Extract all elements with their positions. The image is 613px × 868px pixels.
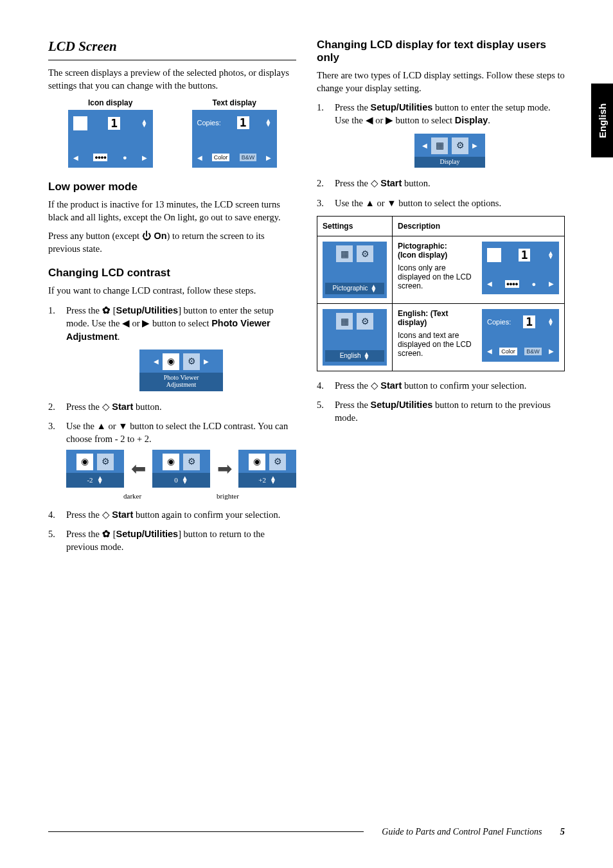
right-column: Changing LCD display for text display us… — [317, 39, 565, 560]
diamond-icon: ◇ — [102, 509, 112, 520]
footer-title: Guide to Parts and Control Panel Functio… — [382, 827, 542, 837]
settings-cell-english: ▦⚙ English▲▼ — [317, 303, 393, 371]
heading-rule — [48, 60, 296, 60]
setup-icon: ✿ — [102, 529, 113, 539]
settings-cell-pictographic: ▦⚙ Pictographic▲▼ — [317, 236, 393, 303]
color-label: Color — [499, 348, 517, 355]
left-arrow-icon: ◀ — [487, 348, 492, 355]
spinner-icon: ▲▼ — [270, 476, 276, 484]
display-labels-row: Icon display Text display — [48, 98, 296, 107]
photo-viewer-lcd: ◀ ◉ ⚙ ▶ Photo ViewerAdjustment — [139, 350, 223, 391]
left-column: LCD Screen The screen displays a preview… — [48, 39, 296, 560]
contrast-steps: Press the ✿ [Setup/Utilities] button to … — [48, 304, 296, 553]
contrast-zero: ◉⚙ 0▲▼ — [152, 450, 210, 488]
gear-icon: ⚙ — [452, 137, 468, 154]
lcd-icon-display-small: 1 ▲▼ ◀ ●●●● ● ▶ — [482, 242, 559, 294]
left-arrow-icon: ◀ — [73, 154, 78, 161]
arrow-right-icon: ➡ — [217, 456, 232, 481]
contrast-step-5: Press the ✿ [Setup/Utilities] button to … — [48, 527, 296, 554]
spinner-icon: ▲▼ — [547, 318, 554, 326]
color-label: Color — [212, 154, 230, 161]
desc-cell-english: English: (Text display) Icons and text a… — [393, 303, 565, 371]
spinner-icon: ▲▼ — [265, 119, 272, 127]
copies-icon — [73, 116, 87, 130]
brighter-label: brighter — [217, 492, 239, 501]
display-step-3: Use the ▲ or ▼ button to select the opti… — [317, 197, 565, 209]
pictographic-lcd: ▦⚙ Pictographic▲▼ — [323, 242, 387, 298]
eye-icon: ◉ — [249, 454, 265, 470]
language-tab: English — [591, 84, 613, 157]
desc-title: Pictographic: (Icon display) — [398, 242, 475, 260]
dot-icon: ● — [123, 154, 127, 161]
desc-body: Icons only are displayed on the LCD scre… — [398, 263, 475, 290]
contrast-intro: If you want to change LCD contrast, foll… — [48, 285, 296, 297]
desc-title: English: (Text display) — [398, 309, 475, 327]
icon-display-label: Icon display — [88, 98, 132, 107]
copies-icon — [487, 248, 501, 262]
desc-cell-pictographic: Pictographic: (Icon display) Icons only … — [393, 236, 565, 303]
color-dots: ●●●● — [505, 280, 519, 288]
screen-icon: ▦ — [431, 137, 448, 154]
contrast-step-2: Press the ◇ Start button. — [48, 400, 296, 413]
display-step-5: Press the Setup/Utilities button to retu… — [317, 398, 565, 425]
contrast-examples: ◉⚙ -2▲▼ ⬅ ◉⚙ 0▲▼ ➡ ◉⚙ +2▲▼ — [66, 450, 296, 488]
contrast-neg2: ◉⚙ -2▲▼ — [66, 450, 124, 488]
spinner-icon: ▲▼ — [97, 476, 103, 484]
copies-value: 1 — [108, 117, 120, 130]
low-power-p2: Press any button (except ⏻ On) to return… — [48, 230, 296, 255]
bw-label: B&W — [524, 348, 542, 355]
right-arrow-icon: ▶ — [142, 154, 147, 161]
diamond-icon: ◇ — [371, 178, 381, 188]
table-row: ▦⚙ English▲▼ English: (Text display) Ico… — [317, 303, 565, 371]
copies-label: Copies: — [487, 318, 511, 326]
lcd-intro: The screen displays a preview of the sel… — [48, 67, 296, 92]
gear-icon: ⚙ — [183, 454, 200, 470]
text-display-label: Text display — [212, 98, 256, 107]
contrast-labels: x darker x brighter x — [66, 492, 296, 501]
table-row: ▦⚙ Pictographic▲▼ Pictographic: (Icon di… — [317, 236, 565, 303]
contrast-heading: Changing LCD contrast — [48, 267, 296, 279]
th-settings: Settings — [317, 216, 393, 236]
eye-icon: ◉ — [163, 454, 179, 470]
contrast-pos2: ◉⚙ +2▲▼ — [238, 450, 296, 488]
text-display-heading: Changing LCD display for text display us… — [317, 39, 565, 64]
page-footer: Guide to Parts and Control Panel Functio… — [48, 826, 565, 837]
right-arrow-icon: ▶ — [204, 357, 209, 366]
footer-page-number: 5 — [560, 826, 565, 837]
copies-value: 1 — [519, 249, 531, 261]
copies-value: 1 — [237, 116, 249, 129]
screen-icon: ▦ — [336, 245, 353, 262]
arrow-left-icon: ⬅ — [131, 456, 146, 481]
english-lcd: ▦⚙ English▲▼ — [323, 309, 387, 366]
lcd-text-display: Copies: 1 ▲▼ ◀ Color B&W ▶ — [192, 110, 277, 168]
spinner-icon: ▲▼ — [547, 251, 554, 259]
spinner-icon: ▲▼ — [371, 285, 377, 292]
left-arrow-icon: ◀ — [197, 154, 202, 161]
contrast-step-1: Press the ✿ [Setup/Utilities] button to … — [48, 304, 296, 391]
right-arrow-icon: ▶ — [549, 280, 554, 287]
table-header-row: Settings Description — [317, 216, 565, 236]
lcd-text-display-small: Copies: 1 ▲▼ ◀ Color B&W ▶ — [482, 309, 559, 362]
settings-table: Settings Description ▦⚙ Pictographic▲▼ P… — [317, 216, 565, 371]
eye-icon: ◉ — [163, 353, 179, 370]
contrast-step-4: Press the ◇ Start button again to confir… — [48, 508, 296, 521]
footer-rule — [48, 831, 364, 832]
lcd-screen-heading: LCD Screen — [48, 39, 296, 55]
bw-label: B&W — [240, 154, 257, 161]
spinner-icon: ▲▼ — [182, 476, 188, 484]
spinner-icon: ▲▼ — [141, 120, 148, 127]
setup-icon: ✿ — [102, 305, 113, 315]
gear-icon: ⚙ — [183, 353, 200, 370]
right-arrow-icon: ▶ — [266, 154, 271, 161]
gear-icon: ⚙ — [357, 313, 373, 330]
desc-body: Icons and text are displayed on the LCD … — [398, 331, 475, 358]
diamond-icon: ◇ — [371, 380, 381, 391]
left-arrow-icon: ◀ — [422, 141, 427, 150]
dot-icon: ● — [531, 280, 536, 288]
display-step-4: Press the ◇ Start button to confirm your… — [317, 379, 565, 392]
display-steps: Press the Setup/Utilities button to ente… — [317, 101, 565, 209]
gear-icon: ⚙ — [269, 454, 286, 470]
th-description: Description — [393, 216, 565, 236]
display-step-1: Press the Setup/Utilities button to ente… — [317, 101, 565, 168]
right-arrow-icon: ▶ — [549, 348, 554, 355]
